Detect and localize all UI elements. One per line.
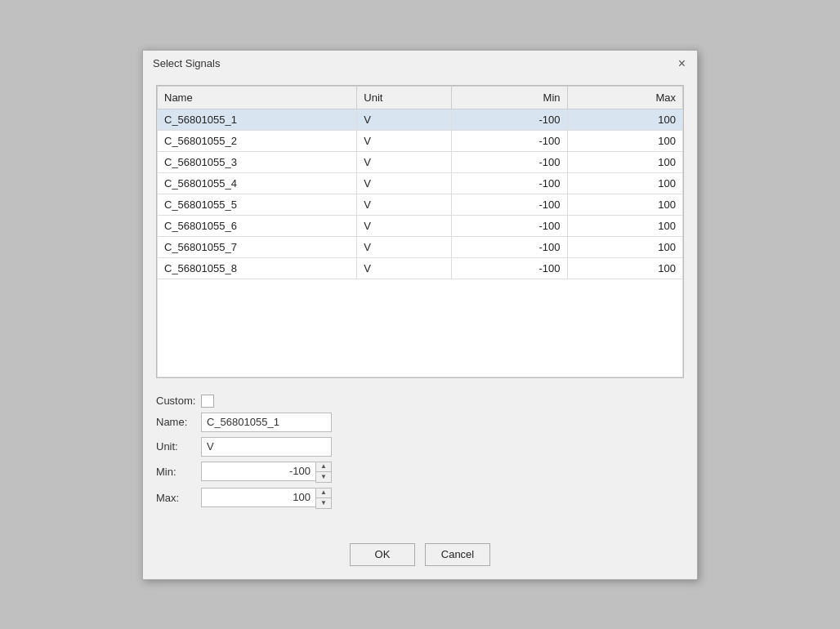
cell-name: C_56801055_7 xyxy=(158,236,357,257)
cell-max: 100 xyxy=(567,151,682,172)
cell-name: C_56801055_4 xyxy=(158,172,357,194)
min-input[interactable] xyxy=(201,462,315,481)
cell-name: C_56801055_6 xyxy=(158,215,357,236)
cell-name: C_56801055_2 xyxy=(158,130,357,151)
max-spinner: ▲ ▼ xyxy=(201,488,332,509)
cell-min: -100 xyxy=(452,257,567,279)
min-row: Min: ▲ ▼ xyxy=(156,462,684,483)
dialog-title: Select Signals xyxy=(153,57,220,69)
cell-min: -100 xyxy=(452,151,567,172)
min-increment-button[interactable]: ▲ xyxy=(316,462,331,472)
table-row[interactable]: C_56801055_6V-100100 xyxy=(158,215,683,236)
unit-label: Unit: xyxy=(156,440,201,453)
col-header-name: Name xyxy=(158,86,357,109)
min-decrement-button[interactable]: ▼ xyxy=(316,472,331,482)
signals-table-container: Name Unit Min Max C_56801055_1V-100100C_… xyxy=(156,85,684,378)
custom-label: Custom: xyxy=(156,395,201,407)
cell-min: -100 xyxy=(452,194,567,215)
table-row[interactable]: C_56801055_5V-100100 xyxy=(158,194,683,215)
max-decrement-button[interactable]: ▼ xyxy=(316,498,331,508)
table-row[interactable]: C_56801055_7V-100100 xyxy=(158,236,683,257)
table-header-row: Name Unit Min Max xyxy=(158,86,683,109)
table-row[interactable]: C_56801055_1V-100100 xyxy=(158,109,683,130)
cell-name: C_56801055_8 xyxy=(158,257,357,279)
name-input[interactable] xyxy=(201,413,332,432)
custom-row: Custom: xyxy=(156,395,684,408)
cell-max: 100 xyxy=(567,109,682,130)
title-bar: Select Signals × xyxy=(143,51,697,77)
table-row[interactable]: C_56801055_4V-100100 xyxy=(158,172,683,194)
col-header-max: Max xyxy=(567,86,682,109)
cell-unit: V xyxy=(357,215,452,236)
unit-row: Unit: xyxy=(156,437,684,457)
cell-min: -100 xyxy=(452,236,567,257)
cell-name: C_56801055_5 xyxy=(158,194,357,215)
ok-button[interactable]: OK xyxy=(350,543,415,566)
cell-max: 100 xyxy=(567,172,682,194)
max-label: Max: xyxy=(156,492,201,504)
max-increment-button[interactable]: ▲ xyxy=(316,488,331,498)
cell-unit: V xyxy=(357,236,452,257)
cell-max: 100 xyxy=(567,130,682,151)
dialog-body: Name Unit Min Max C_56801055_1V-100100C_… xyxy=(143,77,697,579)
custom-checkbox[interactable] xyxy=(201,395,214,408)
min-label: Min: xyxy=(156,466,201,478)
max-input[interactable] xyxy=(201,488,315,507)
max-spinner-buttons: ▲ ▼ xyxy=(315,488,332,509)
cell-unit: V xyxy=(357,257,452,279)
cell-min: -100 xyxy=(452,172,567,194)
name-row: Name: xyxy=(156,413,684,432)
table-row[interactable]: C_56801055_3V-100100 xyxy=(158,151,683,172)
select-signals-dialog: Select Signals × Name Unit Min Max C_568… xyxy=(142,50,698,580)
form-section: Custom: Name: Unit: Min: ▲ ▼ xyxy=(156,390,684,519)
cell-max: 100 xyxy=(567,236,682,257)
col-header-min: Min xyxy=(452,86,567,109)
max-row: Max: ▲ ▼ xyxy=(156,488,684,509)
cell-unit: V xyxy=(357,194,452,215)
cell-unit: V xyxy=(357,130,452,151)
button-row: OK Cancel xyxy=(156,535,684,566)
cell-min: -100 xyxy=(452,215,567,236)
table-row[interactable]: C_56801055_2V-100100 xyxy=(158,130,683,151)
cell-min: -100 xyxy=(452,109,567,130)
signals-table: Name Unit Min Max C_56801055_1V-100100C_… xyxy=(157,86,683,279)
cell-unit: V xyxy=(357,151,452,172)
cell-name: C_56801055_3 xyxy=(158,151,357,172)
cell-max: 100 xyxy=(567,257,682,279)
close-button[interactable]: × xyxy=(677,57,687,70)
cell-min: -100 xyxy=(452,130,567,151)
cell-name: C_56801055_1 xyxy=(158,109,357,130)
cell-unit: V xyxy=(357,109,452,130)
cell-unit: V xyxy=(357,172,452,194)
cell-max: 100 xyxy=(567,194,682,215)
unit-input[interactable] xyxy=(201,437,332,457)
col-header-unit: Unit xyxy=(357,86,452,109)
name-label: Name: xyxy=(156,416,201,428)
table-row[interactable]: C_56801055_8V-100100 xyxy=(158,257,683,279)
cancel-button[interactable]: Cancel xyxy=(425,543,490,566)
min-spinner: ▲ ▼ xyxy=(201,462,332,483)
min-spinner-buttons: ▲ ▼ xyxy=(315,462,332,483)
cell-max: 100 xyxy=(567,215,682,236)
table-empty-space xyxy=(157,279,683,377)
